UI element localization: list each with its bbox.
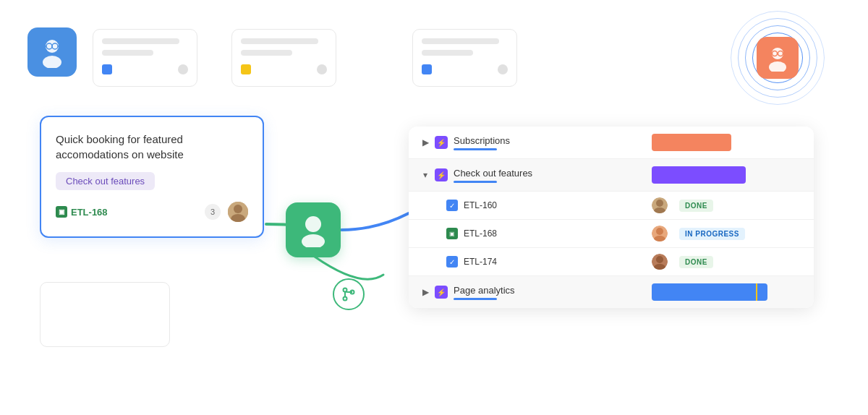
etl-label: ETL-168 xyxy=(71,207,108,218)
svg-point-8 xyxy=(769,61,786,72)
timeline-marker xyxy=(756,283,757,301)
card-circle xyxy=(498,64,508,74)
svg-point-1 xyxy=(43,56,61,68)
card-dot xyxy=(422,64,432,74)
svg-point-21 xyxy=(656,200,663,207)
etl174-check-icon: ✓ xyxy=(446,256,458,268)
subscriptions-icon: ⚡ xyxy=(435,136,448,149)
card-bottom xyxy=(102,64,188,74)
bottom-left-card xyxy=(40,282,170,347)
etl168-avatar xyxy=(652,226,668,241)
card-dot xyxy=(102,64,112,74)
etl168-status: IN PROGRESS xyxy=(679,228,745,240)
top-card-3 xyxy=(412,29,517,87)
etl-icon: ▣ xyxy=(56,206,67,218)
top-card-1 xyxy=(93,29,197,87)
card-bottom xyxy=(241,64,327,74)
gantt-bar-blue xyxy=(652,283,767,301)
card-line xyxy=(102,38,179,44)
green-person-avatar xyxy=(286,202,341,257)
git-branch-icon xyxy=(333,278,365,310)
booking-card-footer: ▣ ETL-168 3 xyxy=(56,202,248,222)
card-bottom xyxy=(422,64,508,74)
gantt-cell-features xyxy=(643,166,802,184)
features-label: Check out features xyxy=(454,168,643,179)
table-row-features[interactable]: ▾ ⚡ Check out features xyxy=(409,159,814,192)
svg-point-14 xyxy=(305,216,321,232)
gantt-cell-subscriptions xyxy=(643,134,802,151)
svg-point-27 xyxy=(656,256,663,263)
card-dot xyxy=(241,64,251,74)
chevron-right-icon-analytics: ▶ xyxy=(420,287,430,297)
subscriptions-underline xyxy=(454,148,497,150)
analytics-icon: ⚡ xyxy=(435,286,448,299)
svg-point-17 xyxy=(344,297,347,301)
etl174-status: DONE xyxy=(679,256,713,268)
count-badge: 3 xyxy=(205,204,221,220)
booking-card: Quick booking for featured accomodations… xyxy=(40,116,264,238)
booking-user-avatar xyxy=(228,202,248,222)
main-scene: Quick booking for featured accomodations… xyxy=(0,0,868,415)
card-line xyxy=(422,50,473,56)
card-line xyxy=(422,38,499,44)
gantt-bar-purple xyxy=(652,166,746,184)
etl160-avatar xyxy=(652,197,668,213)
etl160-status-cell: DONE xyxy=(643,197,802,213)
chevron-right-icon: ▶ xyxy=(420,137,430,147)
svg-point-16 xyxy=(344,288,347,292)
blue-user-avatar xyxy=(27,27,77,77)
etl168-icon: ▣ xyxy=(446,228,458,239)
subscriptions-cell: Subscriptions xyxy=(454,135,643,150)
etl174-status-cell: DONE xyxy=(643,254,802,270)
subscriptions-label: Subscriptions xyxy=(454,135,643,146)
analytics-cell: Page analytics xyxy=(454,285,643,300)
booking-card-title: Quick booking for featured accomodations… xyxy=(56,132,248,162)
svg-point-15 xyxy=(302,234,325,247)
card-circle xyxy=(317,64,327,74)
card-line xyxy=(241,50,292,56)
table-row-analytics[interactable]: ▶ ⚡ Page analytics xyxy=(409,276,814,308)
table-row-etl160[interactable]: ✓ ETL-160 DONE xyxy=(409,192,814,220)
features-icon: ⚡ xyxy=(435,168,448,181)
etl174-label: ETL-174 xyxy=(464,257,643,267)
card-circle xyxy=(178,64,188,74)
card-line xyxy=(102,50,153,56)
gantt-bar-orange xyxy=(652,134,731,151)
svg-point-12 xyxy=(234,205,242,213)
table-row-subscriptions[interactable]: ▶ ⚡ Subscriptions xyxy=(409,127,814,159)
gantt-cell-analytics xyxy=(643,283,802,301)
etl160-check-icon: ✓ xyxy=(446,200,458,211)
analytics-label: Page analytics xyxy=(454,285,643,296)
table-panel: ▶ ⚡ Subscriptions ▾ ⚡ Check out features xyxy=(409,127,814,308)
red-user-avatar xyxy=(757,37,799,79)
feature-badge[interactable]: Check out features xyxy=(56,172,155,190)
features-cell: Check out features xyxy=(454,168,643,183)
table-row-etl168[interactable]: ▣ ETL-168 IN PROGRESS xyxy=(409,220,814,248)
svg-point-24 xyxy=(656,228,663,235)
analytics-underline xyxy=(454,298,497,300)
card-line xyxy=(241,38,318,44)
etl160-status: DONE xyxy=(679,200,713,212)
etl168-label: ETL-168 xyxy=(464,228,643,239)
chevron-down-icon: ▾ xyxy=(420,170,430,180)
etl168-status-cell: IN PROGRESS xyxy=(643,226,802,241)
table-row-etl174[interactable]: ✓ ETL-174 DONE xyxy=(409,248,814,276)
etl160-label: ETL-160 xyxy=(464,200,643,210)
etl174-avatar xyxy=(652,254,668,270)
top-card-2 xyxy=(231,29,336,87)
ripple-container xyxy=(731,11,825,105)
features-underline xyxy=(454,181,497,183)
etl-badge: ▣ ETL-168 xyxy=(56,206,108,218)
